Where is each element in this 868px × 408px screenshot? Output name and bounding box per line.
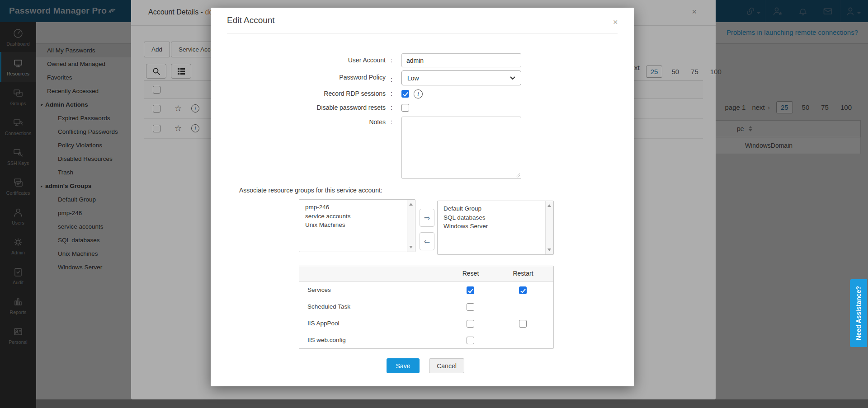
reset-restart-row: IIS web.config bbox=[299, 332, 553, 349]
save-button[interactable]: Save bbox=[387, 358, 420, 373]
reset-checkbox[interactable] bbox=[467, 286, 474, 294]
reset-checkbox[interactable] bbox=[467, 320, 474, 328]
associated-groups-listbox[interactable]: Default GroupSQL databasesWindows Server bbox=[437, 201, 554, 255]
group-option[interactable]: Windows Server bbox=[438, 222, 553, 231]
reset-column-header: Reset bbox=[453, 270, 489, 277]
record-rdp-checkbox[interactable] bbox=[401, 90, 409, 98]
record-rdp-label: Record RDP sessions bbox=[236, 90, 386, 97]
chevron-down-icon bbox=[510, 76, 515, 80]
move-left-button[interactable]: ⇐ bbox=[420, 232, 434, 250]
password-policy-value: Low bbox=[407, 75, 419, 82]
associate-groups-label: Associate resource groups for this servi… bbox=[239, 187, 382, 194]
need-assistance-tab[interactable]: Need Assistance? bbox=[850, 279, 867, 347]
reset-restart-table: Reset Restart Services Scheduled Task II… bbox=[299, 266, 554, 349]
info-icon[interactable]: i bbox=[414, 89, 423, 98]
scroll-up-icon[interactable] bbox=[547, 204, 551, 207]
colon: : bbox=[391, 118, 392, 126]
available-groups-listbox[interactable]: pmp-246service accountsUnix Machines bbox=[299, 199, 415, 252]
colon: : bbox=[391, 90, 392, 97]
listbox-scrollbar[interactable] bbox=[545, 201, 553, 254]
password-policy-label: Password Policy bbox=[236, 74, 386, 81]
modal-title: Edit Account bbox=[227, 15, 275, 25]
user-account-input[interactable] bbox=[401, 53, 521, 67]
notes-textarea[interactable] bbox=[401, 117, 521, 179]
edit-account-modal: Edit Account × User Account : Password P… bbox=[211, 8, 634, 386]
move-right-button[interactable]: ⇒ bbox=[420, 209, 434, 227]
scroll-down-icon[interactable] bbox=[409, 246, 413, 249]
restart-checkbox[interactable] bbox=[519, 286, 527, 294]
reset-checkbox[interactable] bbox=[467, 337, 474, 344]
colon: : bbox=[391, 56, 392, 64]
restart-column-header: Restart bbox=[505, 270, 541, 277]
password-manager-pro-app: Password Manager Pro bbox=[0, 0, 868, 408]
password-policy-select[interactable]: Low bbox=[401, 70, 521, 85]
disable-resets-checkbox[interactable] bbox=[401, 104, 409, 112]
user-account-label: User Account bbox=[236, 56, 386, 64]
colon: : bbox=[391, 104, 392, 111]
group-option[interactable]: Unix Machines bbox=[299, 220, 415, 230]
scroll-down-icon[interactable] bbox=[547, 249, 551, 251]
group-option[interactable]: pmp-246 bbox=[299, 203, 415, 212]
service-type-label: Services bbox=[307, 286, 331, 293]
need-assistance-label: Need Assistance? bbox=[855, 286, 862, 340]
disable-resets-label: Disable password resets bbox=[236, 104, 386, 111]
service-type-label: IIS web.config bbox=[307, 337, 346, 343]
scroll-up-icon[interactable] bbox=[409, 203, 413, 206]
reset-restart-header: Reset Restart bbox=[299, 266, 553, 282]
reset-restart-row: Services bbox=[299, 282, 553, 299]
listbox-scrollbar[interactable] bbox=[407, 200, 415, 252]
cancel-button[interactable]: Cancel bbox=[429, 358, 464, 373]
group-option[interactable]: Default Group bbox=[438, 204, 553, 213]
service-type-label: IIS AppPool bbox=[307, 320, 340, 327]
group-option[interactable]: service accounts bbox=[299, 212, 415, 221]
service-type-label: Scheduled Task bbox=[307, 303, 350, 310]
reset-checkbox[interactable] bbox=[467, 303, 474, 311]
reset-restart-row: Scheduled Task bbox=[299, 299, 553, 315]
notes-label: Notes bbox=[236, 118, 386, 126]
modal-close-icon[interactable]: × bbox=[613, 18, 618, 27]
title-divider bbox=[227, 33, 618, 33]
reset-restart-row: IIS AppPool bbox=[299, 315, 553, 332]
colon: : bbox=[391, 76, 392, 83]
group-option[interactable]: SQL databases bbox=[438, 213, 553, 222]
restart-checkbox[interactable] bbox=[519, 320, 527, 328]
